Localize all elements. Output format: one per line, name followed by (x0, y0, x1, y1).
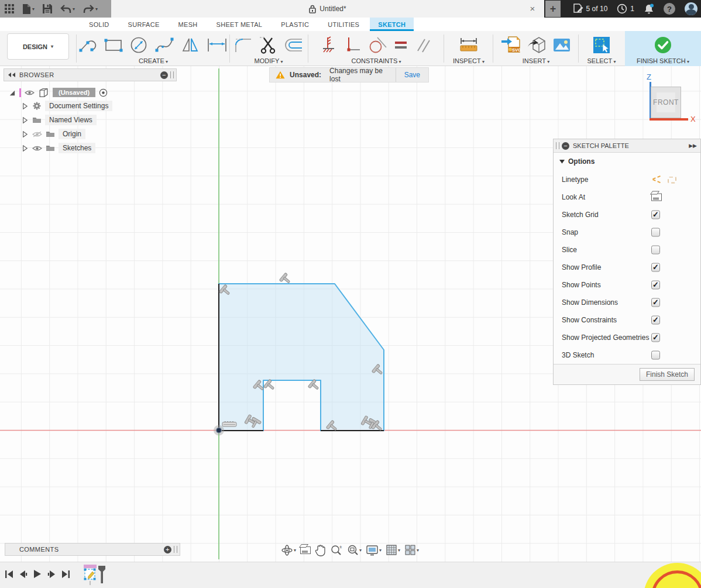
tab-surface[interactable]: SURFACE (120, 18, 168, 31)
timeline-position-marker[interactable] (98, 566, 105, 583)
comments-panel-header[interactable]: COMMENTS + (5, 543, 180, 556)
browser-resize-grip[interactable] (170, 71, 174, 78)
sketch-profile[interactable] (219, 284, 384, 431)
slice-checkbox[interactable] (651, 246, 660, 255)
add-comment-button[interactable]: + (164, 546, 171, 553)
viewports-button[interactable]: ▾ (404, 544, 419, 556)
help-button[interactable]: ? (664, 3, 675, 15)
origin-point[interactable] (214, 425, 224, 436)
undo-button[interactable]: ▾ (60, 5, 75, 13)
snap-checkbox[interactable] (651, 228, 660, 237)
eye-off-icon[interactable] (32, 131, 42, 137)
constraint-glyph-icon[interactable] (263, 379, 276, 393)
browser-collapse-button[interactable]: − (160, 71, 168, 79)
visibility-eye-icon[interactable] (25, 90, 35, 96)
step-back-button[interactable] (19, 570, 28, 579)
browser-item-label[interactable]: Sketches (59, 143, 95, 153)
expand-icon[interactable] (21, 102, 29, 110)
sketch-grid-checkbox[interactable] (651, 211, 660, 219)
measure-tool-button[interactable] (458, 36, 480, 54)
orbit-caret-icon[interactable]: ▾ (294, 548, 296, 553)
app-grid-icon[interactable] (5, 4, 14, 13)
save-link[interactable]: Save (396, 68, 428, 82)
constraints-dropdown[interactable]: CONSTRAINTS (351, 57, 401, 66)
palette-collapse-button[interactable]: − (562, 142, 569, 150)
modify-dropdown[interactable]: MODIFY (254, 57, 283, 66)
projected-linetype-icon[interactable] (668, 176, 676, 183)
3d-sketch-checkbox[interactable] (651, 351, 660, 360)
folder-icon[interactable] (46, 144, 55, 152)
show-constraints-checkbox[interactable] (651, 316, 660, 325)
redo-caret-icon[interactable]: ▾ (95, 6, 98, 12)
display-settings-button[interactable]: ▾ (366, 544, 382, 556)
fixed-ruler-glyph-icon[interactable] (222, 422, 236, 427)
perpendicular-constraint-button[interactable] (343, 35, 363, 55)
midline-constraint-button[interactable] (319, 35, 339, 55)
palette-expand-icon[interactable]: ▶▶ (689, 143, 697, 149)
finish-sketch-group[interactable]: FINISH SKETCH (625, 31, 701, 66)
viewcube-front-face[interactable]: FRONT (651, 87, 681, 118)
spline-tool-button[interactable] (153, 35, 177, 55)
display-caret-icon[interactable]: ▾ (379, 548, 382, 553)
activate-component-icon[interactable] (99, 88, 108, 97)
comments-resize-grip[interactable] (174, 546, 177, 553)
skip-to-end-button[interactable] (61, 570, 70, 579)
browser-item-label[interactable]: Document Settings (45, 101, 112, 111)
create-dropdown[interactable]: CREATE (139, 57, 168, 66)
tab-utilities[interactable]: UTILITIES (319, 18, 367, 31)
job-status-button[interactable]: 1 (617, 4, 634, 14)
show-profile-checkbox[interactable] (651, 263, 660, 272)
select-dropdown[interactable]: SELECT (587, 57, 616, 66)
step-forward-button[interactable] (47, 570, 56, 579)
browser-item-sketches[interactable]: Sketches (21, 141, 95, 155)
mirror-tool-button[interactable] (180, 35, 201, 55)
gear-icon[interactable] (32, 101, 42, 111)
undo-caret-icon[interactable]: ▾ (73, 6, 75, 12)
equal-constraint-button[interactable] (392, 36, 410, 54)
folder-icon[interactable] (46, 130, 55, 138)
palette-drag-grip[interactable] (556, 142, 559, 149)
folder-icon[interactable] (32, 116, 42, 124)
look-at-button[interactable] (300, 546, 311, 554)
finish-sketch-palette-button[interactable]: Finish Sketch (640, 368, 695, 381)
tab-sketch[interactable]: SKETCH (370, 18, 414, 31)
eye-icon[interactable] (32, 145, 42, 152)
fillet-tool-button[interactable] (233, 35, 254, 55)
grid-caret-icon[interactable]: ▾ (398, 548, 400, 553)
inspect-dropdown[interactable]: INSPECT (453, 57, 484, 66)
browser-item-origin[interactable]: Origin (21, 127, 85, 141)
insert-dropdown[interactable]: INSERT (523, 57, 549, 66)
tab-mesh[interactable]: MESH (170, 18, 206, 31)
construction-linetype-icon[interactable] (651, 176, 662, 184)
trim-tool-button[interactable] (257, 35, 279, 56)
viewports-caret-icon[interactable]: ▾ (417, 548, 419, 553)
user-avatar[interactable] (685, 2, 697, 15)
browser-item-named-views[interactable]: Named Views (21, 113, 97, 127)
root-document-label[interactable]: (Unsaved) (53, 88, 95, 97)
options-section-header[interactable]: Options (554, 153, 700, 168)
insert-svg-button[interactable]: SVG (500, 35, 522, 56)
timeline-sketch-feature[interactable] (83, 563, 106, 588)
play-button[interactable] (33, 569, 42, 579)
redo-button[interactable]: ▾ (83, 5, 98, 13)
show-points-checkbox[interactable] (651, 281, 660, 290)
notifications-button[interactable] (644, 4, 654, 15)
browser-item-label[interactable]: Origin (59, 129, 85, 139)
expand-icon[interactable] (21, 145, 29, 152)
skip-to-start-button[interactable] (5, 570, 13, 579)
new-tab-button[interactable]: + (545, 1, 561, 17)
finish-sketch-dropdown[interactable]: FINISH SKETCH (637, 57, 689, 66)
dimension-tool-button[interactable] (205, 36, 229, 54)
tab-solid[interactable]: SOLID (81, 18, 118, 31)
close-tab-button[interactable]: × (527, 2, 538, 14)
expand-icon[interactable] (21, 130, 29, 138)
zoom-button[interactable]: ± (330, 544, 342, 556)
browser-root-row[interactable]: (Unsaved) (8, 85, 108, 99)
view-cube[interactable]: Z X FRONT (642, 69, 701, 130)
look-at-plane-icon[interactable] (651, 194, 662, 201)
fit-caret-icon[interactable]: ▾ (359, 548, 362, 553)
insert-mesh-button[interactable] (525, 35, 548, 56)
save-button[interactable] (43, 4, 52, 13)
document-tab[interactable]: Untitled* × (111, 0, 544, 18)
rectangle-tool-button[interactable] (103, 36, 124, 54)
